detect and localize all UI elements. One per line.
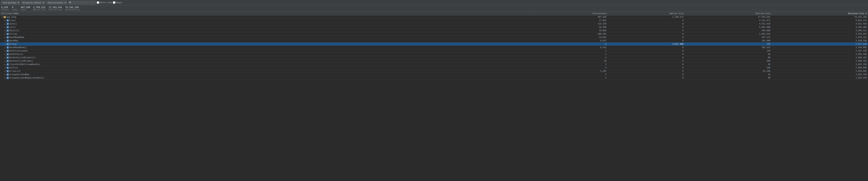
- row-native: 0: [608, 39, 685, 42]
- row-alloc: 100,101: [530, 32, 608, 36]
- row-native: 0: [608, 36, 685, 39]
- row-shallow: 182,352: [685, 46, 772, 49]
- table-row[interactable]: ▼app heap407,5682,708,51217,501,64174,26…: [0, 16, 868, 19]
- row-alloc: 17,601: [530, 19, 608, 22]
- expand-icon[interactable]: ▶: [4, 33, 6, 35]
- table-row[interactable]: ▶CHashMap$Node[]6,5320182,3522,426,802: [0, 46, 868, 49]
- row-shallow: 32: [685, 73, 772, 76]
- table-row[interactable]: ▶CDexPathList30962,092,596: [0, 53, 868, 56]
- row-name-cell: ▶CDexPathList$Element: [0, 59, 530, 63]
- regex-checkbox[interactable]: [113, 1, 115, 4]
- table-row[interactable]: ▶CClass17,60102,311,4715,031,214: [0, 19, 868, 22]
- row-name-text: byte[]: [9, 23, 17, 25]
- row-retained: 2,630,596: [772, 39, 868, 42]
- row-name-text: ClassPathURLStreamHandler: [9, 63, 40, 65]
- table-row[interactable]: ▶CDexPathList$Element2005002,090,101: [0, 59, 868, 63]
- expand-icon[interactable]: ▶: [4, 20, 6, 22]
- row-shallow: 500: [685, 59, 772, 63]
- row-retained: 2,876,152: [772, 36, 868, 39]
- expand-icon[interactable]: ▶: [4, 73, 6, 76]
- row-native: 0: [608, 69, 685, 73]
- class-icon: C: [7, 53, 9, 55]
- expand-icon[interactable]: ▶: [4, 26, 6, 28]
- table-row[interactable]: ▶CPathClassLoader301442,167,429: [0, 49, 868, 53]
- row-name-text: Object[]: [9, 29, 19, 32]
- expand-icon[interactable]: ▶: [4, 77, 6, 79]
- class-icon: C: [7, 70, 9, 72]
- table-row[interactable]: ▶CString100,10101,601,6163,076,653: [0, 32, 868, 36]
- row-name-text: DexPathList: [9, 53, 23, 55]
- row-shallow: 2,311,471: [685, 19, 772, 22]
- expand-icon[interactable]: ▶: [4, 30, 6, 32]
- col-header-native[interactable]: Native Size: [608, 12, 685, 16]
- expand-icon[interactable]: ▶: [4, 60, 6, 62]
- row-name-cell: ▶CGroupedLinkedMap$LinkedEntry: [0, 76, 530, 80]
- row-alloc: 19,053: [530, 36, 608, 39]
- col-header-name[interactable]: Callstack Name: [0, 12, 530, 16]
- row-native: 0: [608, 73, 685, 76]
- table-row[interactable]: ▶Cbyte[]114,31004,911,4104,911,410: [0, 22, 868, 26]
- arrange-select[interactable]: Arrange by callstack: [21, 1, 45, 5]
- row-alloc: 18,869: [530, 29, 608, 32]
- col-header-alloc[interactable]: Allocations: [530, 12, 608, 16]
- row-name-text: app heap: [6, 16, 16, 18]
- row-name-text: ArrayList: [9, 70, 21, 72]
- expand-icon[interactable]: ▶: [4, 43, 6, 45]
- row-alloc: 4: [530, 76, 608, 80]
- row-shallow: 62,100: [685, 69, 772, 73]
- expand-icon[interactable]: ▼: [1, 16, 3, 18]
- row-name-cell: ▶CHashMap$Node[]: [0, 46, 530, 49]
- expand-icon[interactable]: ▶: [4, 50, 6, 52]
- expand-icon[interactable]: ▶: [4, 67, 6, 69]
- expand-icon[interactable]: ▶: [4, 40, 6, 42]
- stat-retained: 74,265,268 Retained Size: [65, 6, 80, 11]
- expand-icon[interactable]: ▶: [4, 53, 6, 55]
- table-row[interactable]: ▶CDexPathList$Element[]30802,090,187: [0, 56, 868, 59]
- row-native: 0: [608, 29, 685, 32]
- table-row[interactable]: ▶CArrayList3,105062,1002,059,802: [0, 69, 868, 73]
- table-row[interactable]: ▶CClassPathURLStreamHandler30482,087,156: [0, 63, 868, 66]
- expand-icon[interactable]: ▶: [4, 70, 6, 72]
- class-icon: C: [7, 23, 9, 25]
- class-icon: C: [7, 57, 9, 59]
- search-input[interactable]: [68, 1, 96, 5]
- row-name-text: GroupedLinkedMap: [9, 73, 29, 76]
- row-alloc: 3: [530, 66, 608, 69]
- expand-icon[interactable]: ▶: [4, 36, 6, 38]
- expand-icon[interactable]: ▶: [4, 63, 6, 65]
- row-name-cell: ▼app heap: [0, 16, 530, 19]
- expand-icon[interactable]: ▶: [4, 57, 6, 59]
- expand-icon[interactable]: ▶: [4, 23, 6, 25]
- row-retained: 2,087,156: [772, 63, 868, 66]
- class-icon: C: [7, 73, 9, 76]
- table-row[interactable]: ▶CJarFile301862,086,809: [0, 66, 868, 69]
- show-select[interactable]: Show all classes: [46, 1, 67, 5]
- row-alloc: 2: [530, 73, 608, 76]
- row-native: 0: [608, 32, 685, 36]
- row-alloc: 3,105: [530, 69, 608, 73]
- table-row[interactable]: ▶Cint[]26,99804,482,4084,482,408: [0, 26, 868, 29]
- view-select[interactable]: View app heap: [1, 1, 20, 5]
- row-alloc: 20: [530, 59, 608, 63]
- col-header-shallow[interactable]: Shallow Size: [685, 12, 772, 16]
- table-row[interactable]: ▶CHashMap6,6370265,4802,630,596: [0, 39, 868, 42]
- match-case-checkbox[interactable]: [97, 1, 99, 4]
- row-retained: 2,092,596: [772, 53, 868, 56]
- table-row[interactable]: ▶CBitmap82,617,4803682,617,848: [0, 42, 868, 46]
- row-name-text: JarFile: [9, 66, 18, 69]
- stat-leaks: 0 Leaks: [12, 6, 18, 11]
- row-name-cell: ▶CClassPathURLStreamHandler: [0, 63, 530, 66]
- table-row[interactable]: ▶CObject[]18,8690645,0083,596,411: [0, 29, 868, 32]
- col-header-retained[interactable]: Retained Size ▼: [772, 12, 868, 16]
- row-retained: 2,059,802: [772, 69, 868, 73]
- expand-icon[interactable]: ▶: [4, 47, 6, 49]
- stat-native: 2,708,512 Native Size: [33, 6, 45, 11]
- table-row[interactable]: ▶CGroupedLinkedMap20321,833,756: [0, 73, 868, 76]
- table-row[interactable]: ▶CGroupedLinkedMap$LinkedEntry40961,833,…: [0, 76, 868, 80]
- stat-count: 407,568 Count: [21, 6, 30, 11]
- row-name-text: HashMap$Node[]: [9, 46, 27, 49]
- class-icon: C: [7, 40, 9, 42]
- leaks-value: 0: [12, 6, 13, 9]
- regex-label: Regex: [113, 1, 122, 4]
- table-row[interactable]: ▶CHashMap$Node19,0530457,2722,876,152: [0, 36, 868, 39]
